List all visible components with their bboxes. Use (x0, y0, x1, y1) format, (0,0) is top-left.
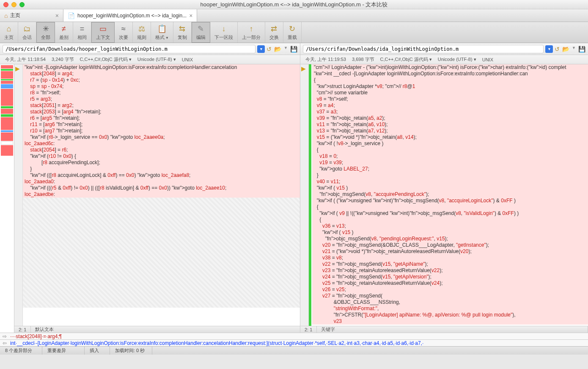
code-line[interactable]: v21 = ("kw">void *)"fn">objc_retainAutor… (312, 248, 588, 255)
code-line[interactable]: "fn">CFSTR("[LoginAdapter] apiName: %@, … (312, 312, 588, 318)
close-icon[interactable]: × (189, 12, 192, 19)
chevron-down-icon[interactable]: ▼ (572, 46, 576, 52)
code-line[interactable]: v36 = v13; (312, 223, 588, 229)
code-line[interactable]: r7 = (sp - 0x14) + 0xc; (23, 77, 300, 83)
right-code-pane[interactable]: "cm">// LoginAdapter - ("kw">int)loginWi… (309, 64, 588, 326)
file-lang[interactable]: C,C++,C#,ObjC 源代码 ▾ (380, 56, 432, 63)
code-line[interactable]: "kw">if (r8->_login_service == 0x0) "kw"… (23, 134, 300, 140)
code-line[interactable]: r5 = arg3; (23, 96, 300, 102)
code-line[interactable]: "kw">struct LoginAdapter *v8; "cm">// r8… (312, 83, 588, 90)
chevron-down-icon[interactable]: ▼ (284, 46, 288, 52)
file-enc[interactable]: Unicode (UTF-8) ▾ (137, 57, 176, 62)
file-lang[interactable]: C,C++,C#,ObjC 源代码 ▾ (80, 56, 132, 63)
copy-button[interactable]: ⇆复制 (173, 22, 192, 43)
code-line[interactable]: r8 = "fn">self; (23, 90, 300, 96)
code-line[interactable]: { (312, 217, 588, 223)
dropdown-icon[interactable]: ▾ (545, 45, 553, 53)
code-line[interactable]: "fn">objc_msgSend(v8, "accquirePendingLo… (312, 191, 588, 198)
history-icon[interactable]: ↺ (555, 46, 560, 52)
code-line[interactable]: v23 (312, 318, 588, 325)
code-line[interactable]: v15 = ("kw">void *)"fn">objc_retain(a8, … (312, 134, 588, 140)
code-line[interactable]: "stringWithFormat:", (312, 306, 588, 312)
code-line[interactable]: loc_2aaedbe: (23, 191, 300, 198)
save-icon[interactable]: 💾 (578, 46, 585, 52)
code-line[interactable]: "kw">if ( !v8->_login_service ) (312, 140, 588, 147)
format-button[interactable]: 📋格式▼ (151, 22, 173, 43)
code-line[interactable]: v19 = v39; (312, 160, 588, 166)
code-line[interactable]: "kw">if (((r5 & 0xff) != 0x0) || (([r8 i… (23, 185, 300, 191)
code-line[interactable]: v8 = "fn">self; (312, 96, 588, 102)
nextsection-button[interactable]: ↓下一区段 (210, 22, 238, 43)
rules-button[interactable]: ⚖规则 (133, 22, 151, 43)
code-line[interactable]: v37 = a3; (312, 109, 588, 115)
code-line[interactable]: v23 = "fn">objc_retainAutoreleasedReturn… (312, 267, 588, 274)
swap-button[interactable]: ⇄交换 (265, 22, 283, 43)
close-icon[interactable]: × (55, 12, 59, 19)
prevpart-button[interactable]: ↑上一部分 (238, 22, 265, 43)
tab-home[interactable]: ⌂ 主页 × (0, 9, 63, 22)
overview-thumbnail[interactable] (0, 64, 14, 333)
code-line[interactable]: "fn">objc_msgSend(v8, "pendingLoginReque… (312, 236, 588, 242)
code-line[interactable]: r10 = [arg7 "fn">retain]; (23, 128, 300, 134)
code-line[interactable]: v26 = v25; (312, 286, 588, 293)
dropdown-icon[interactable]: ▾ (257, 45, 265, 53)
same-button[interactable]: =相同 (73, 22, 91, 43)
minimize-icon[interactable] (11, 2, 16, 7)
all-button[interactable]: ✳全部 (36, 22, 55, 43)
code-line[interactable]: "kw">if ( v15 ) (312, 185, 588, 191)
left-path-input[interactable] (3, 45, 256, 53)
code-line[interactable]: stack[2054] = r6; (23, 147, 300, 153)
reload-button[interactable]: ↻重载 (283, 22, 302, 43)
code-line[interactable]: v39 = "fn">objc_retain(a5, a2); (312, 115, 588, 121)
code-line[interactable]: v40 = v11; (312, 179, 588, 185)
code-line[interactable]: loc_2aaed6c: (23, 140, 300, 147)
code-line[interactable]: "kw">int -[LoginAdapter loginWithLoginOp… (23, 64, 300, 71)
code-line[interactable]: v24 = "fn">objc_msgSend(v15, "getApiVers… (312, 274, 588, 280)
code-line[interactable]: "kw">if ( v15 ) (312, 229, 588, 236)
code-line[interactable]: "kw">int __cdecl -[LoginAdapter loginWit… (312, 71, 588, 77)
history-icon[interactable]: ↺ (267, 46, 272, 52)
code-line[interactable]: "kw">if ( v9 || !(("kw">unsigned "kw">in… (312, 210, 588, 217)
code-line[interactable]: "kw">if (r10 != 0x0) { (23, 153, 300, 160)
code-line[interactable]: [r8 accquirePendingLock]; (23, 160, 300, 166)
code-line[interactable]: v11 = "fn">objc_retain(a6, v10); (312, 121, 588, 128)
code-line[interactable]: v20 = "fn">objc_msgSend(&OBJC_CLASS___Lo… (312, 242, 588, 248)
zoom-icon[interactable] (19, 2, 25, 7)
close-icon[interactable] (3, 2, 8, 7)
code-line[interactable]: "kw">goto LABEL_27; (312, 166, 588, 172)
save-icon[interactable]: 💾 (290, 46, 297, 52)
code-line[interactable]: r11 = [arg6 "fn">retain]; (23, 121, 300, 128)
code-line[interactable]: "cm">// LoginAdapter - ("kw">int)loginWi… (312, 64, 588, 71)
code-line[interactable]: v22 = "fn">objc_msgSend(v15, "getApiName… (312, 261, 588, 267)
context-button[interactable]: ▭上下文 (91, 22, 115, 43)
tab-diff[interactable]: 📄 hooper_loginWithLoginOption.m <--> ida… (63, 9, 197, 22)
code-line[interactable]: v38 = v8; (312, 255, 588, 261)
home-button[interactable]: ⌂主页 (0, 22, 18, 43)
code-line[interactable]: "cm">// some variarble (312, 90, 588, 96)
code-line[interactable]: v25 = "fn">objc_retainAutoreleasedReturn… (312, 280, 588, 286)
code-line[interactable]: "kw">if ( ("kw">unsigned "kw">int)"fn">o… (312, 198, 588, 204)
code-line[interactable]: loc_2aaeda0: (23, 179, 300, 185)
code-line[interactable]: { (312, 204, 588, 210)
folder-open-icon[interactable]: 📂 (274, 46, 281, 52)
file-enc[interactable]: Unicode (UTF-8) ▾ (438, 57, 476, 62)
code-line[interactable]: r6 = [arg5 "fn">retain]; (23, 115, 300, 121)
code-line[interactable]: { (312, 147, 588, 153)
session-button[interactable]: 🗂会话 (18, 22, 36, 43)
diff-button[interactable]: ≠差别 (55, 22, 73, 43)
edit-button[interactable]: ✎编辑 (192, 22, 210, 43)
code-line[interactable]: } (312, 172, 588, 179)
code-line[interactable]: { (312, 77, 588, 83)
minor-button[interactable]: ≈次要 (115, 22, 133, 43)
code-line[interactable]: &OBJC_CLASS___NSString, (312, 299, 588, 306)
code-line[interactable]: stack[2051] = arg2; (23, 102, 300, 109)
code-line[interactable]: stack[2048] = arg4; (23, 71, 300, 77)
code-line[interactable]: "kw">if (([r8 accquireLoginLock] & 0xff)… (23, 172, 300, 179)
left-code-pane[interactable]: "kw">int -[LoginAdapter loginWithLoginOp… (23, 64, 300, 326)
code-line[interactable]: v9 = a4; (312, 102, 588, 109)
code-line[interactable]: v18 = 0; (312, 153, 588, 160)
code-line[interactable]: stack[2053] = [arg4 "fn">retain]; (23, 109, 300, 115)
folder-open-icon[interactable]: 📂 (562, 46, 569, 52)
right-path-input[interactable] (303, 45, 544, 53)
code-line[interactable]: } (23, 166, 300, 172)
